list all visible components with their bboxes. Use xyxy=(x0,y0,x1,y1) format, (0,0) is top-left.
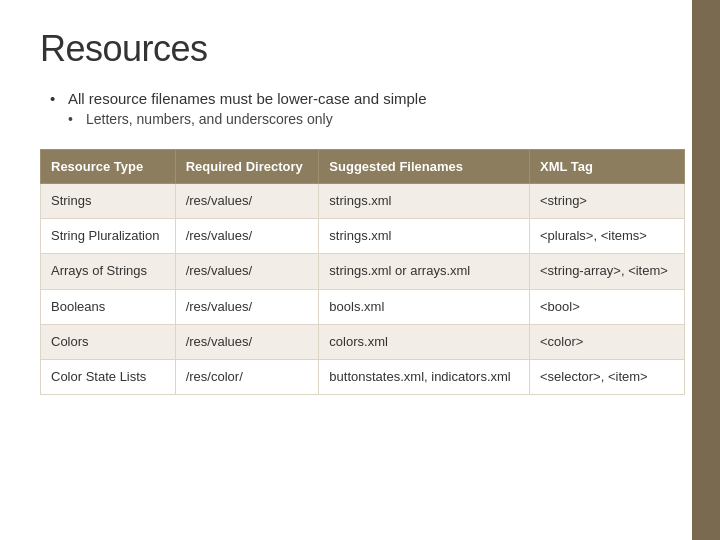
col-header-type: Resource Type xyxy=(41,150,176,184)
table-row: Arrays of Strings/res/values/strings.xml… xyxy=(41,254,685,289)
table-header-row: Resource Type Required Directory Suggest… xyxy=(41,150,685,184)
cell-directory: /res/values/ xyxy=(175,289,319,324)
cell-directory: /res/values/ xyxy=(175,324,319,359)
cell-filenames: buttonstates.xml, indicators.xml xyxy=(319,359,530,394)
table-row: Colors/res/values/colors.xml<color> xyxy=(41,324,685,359)
cell-tag: <string> xyxy=(529,184,684,219)
cell-type: Color State Lists xyxy=(41,359,176,394)
table-row: Color State Lists/res/color/buttonstates… xyxy=(41,359,685,394)
page-title: Resources xyxy=(40,28,642,70)
cell-directory: /res/values/ xyxy=(175,254,319,289)
cell-type: String Pluralization xyxy=(41,219,176,254)
cell-directory: /res/values/ xyxy=(175,219,319,254)
bullet-main: All resource filenames must be lower-cas… xyxy=(50,90,642,107)
bullet-sub: Letters, numbers, and underscores only xyxy=(50,111,642,127)
cell-type: Strings xyxy=(41,184,176,219)
cell-tag: <plurals>, <items> xyxy=(529,219,684,254)
resources-table: Resource Type Required Directory Suggest… xyxy=(40,149,685,395)
right-accent-bar xyxy=(692,0,720,540)
cell-filenames: strings.xml xyxy=(319,184,530,219)
table-row: Strings/res/values/strings.xml<string> xyxy=(41,184,685,219)
col-header-directory: Required Directory xyxy=(175,150,319,184)
cell-tag: <color> xyxy=(529,324,684,359)
cell-filenames: strings.xml xyxy=(319,219,530,254)
col-header-filenames: Suggested Filenames xyxy=(319,150,530,184)
cell-type: Booleans xyxy=(41,289,176,324)
table-row: Booleans/res/values/bools.xml<bool> xyxy=(41,289,685,324)
cell-type: Arrays of Strings xyxy=(41,254,176,289)
cell-type: Colors xyxy=(41,324,176,359)
main-content: Resources All resource filenames must be… xyxy=(0,0,692,415)
cell-filenames: strings.xml or arrays.xml xyxy=(319,254,530,289)
intro-bullets: All resource filenames must be lower-cas… xyxy=(40,90,642,127)
cell-directory: /res/color/ xyxy=(175,359,319,394)
col-header-tag: XML Tag xyxy=(529,150,684,184)
cell-tag: <bool> xyxy=(529,289,684,324)
cell-filenames: colors.xml xyxy=(319,324,530,359)
table-row: String Pluralization/res/values/strings.… xyxy=(41,219,685,254)
cell-directory: /res/values/ xyxy=(175,184,319,219)
cell-tag: <string-array>, <item> xyxy=(529,254,684,289)
cell-tag: <selector>, <item> xyxy=(529,359,684,394)
cell-filenames: bools.xml xyxy=(319,289,530,324)
